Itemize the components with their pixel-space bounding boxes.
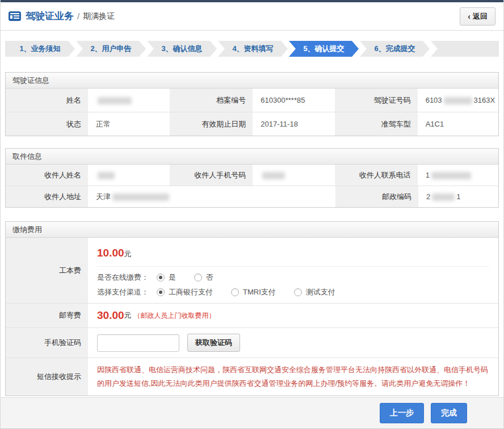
section-title-license-info: 驾驶证信息 (6, 73, 498, 89)
radio-selected-icon[interactable] (157, 274, 165, 281)
breadcrumb-current: 期满换证 (83, 11, 115, 22)
mail-fee-unit: 元 (124, 310, 132, 321)
postal-code-label: 邮政编码 (334, 186, 418, 207)
sms-code-content: 获取验证码 (88, 328, 498, 358)
radio-online-pay-yes[interactable]: 是 (157, 272, 176, 283)
work-fee-amount: 10.00 (97, 247, 124, 259)
radio-selected-icon[interactable] (157, 288, 165, 296)
sms-code-input[interactable] (97, 334, 179, 352)
online-pay-label: 是否在线缴费： (97, 272, 149, 283)
recipient-phone-prefix: 1 (426, 171, 430, 179)
step-label: 6、完成提交 (374, 44, 415, 54)
work-fee-content: 10.00元 是否在线缴费： 是 否 选择支付渠道： (88, 238, 498, 303)
redacted-value (98, 97, 132, 104)
postal-code-prefix: 2 (426, 192, 430, 201)
radio-option-label: 测试支付 (306, 287, 335, 297)
file-no-value: 610300****85 (253, 89, 333, 112)
radio-option-label: 工商银行支付 (169, 287, 213, 297)
table-row: 收件人地址 天津 邮政编码 21 (6, 186, 498, 207)
status-value: 正常 (88, 112, 169, 136)
recipient-address-label: 收件人地址 (6, 186, 88, 207)
section-title-pickup-info: 取件信息 (6, 149, 498, 165)
step-2-user-declaration[interactable]: 2、用户申告 (76, 41, 146, 57)
recipient-phone-label: 收件人联系电话 (334, 165, 418, 186)
step-nav: 1、业务须知 2、用户申告 3、确认信息 4、资料填写 5、确认提交 6、完成提… (5, 41, 499, 57)
section-pickup-info: 取件信息 收件人姓名 收件人手机号码 收件人联系电话 1 收件人地址 天津 邮政… (5, 148, 499, 208)
online-pay-radio-group: 是否在线缴费： 是 否 (97, 272, 489, 283)
step-label: 5、确认提交 (303, 44, 344, 54)
mail-fee-note: （邮政人员上门收取费用） (134, 311, 216, 321)
radio-option-label: TMRI支付 (243, 287, 276, 297)
recipient-mobile-value (253, 165, 333, 186)
mail-fee-row: 邮寄费 30.00元 （邮政人员上门收取费用） (6, 303, 498, 327)
section-title-payment: 缴纳费用 (6, 222, 498, 238)
page-title: 驾驶证业务 (26, 10, 74, 23)
page-header: 驾驶证业务 / 期满换证 ‹ 返回 (1, 2, 503, 31)
radio-unselected-icon[interactable] (194, 274, 202, 281)
mail-fee-label: 邮寄费 (6, 304, 88, 327)
chevron-left-icon: ‹ (468, 12, 471, 20)
vehicle-class-value: A1C1 (418, 112, 498, 136)
status-label: 状态 (6, 112, 88, 136)
redacted-value (431, 172, 471, 179)
step-3-confirm-info[interactable]: 3、确认信息 (147, 41, 217, 57)
work-fee-amount-line: 10.00元 (97, 243, 489, 267)
table-row: 收件人姓名 收件人手机号码 收件人联系电话 1 (6, 165, 498, 186)
work-fee-unit: 元 (124, 250, 132, 258)
recipient-address-prefix: 天津 (96, 192, 111, 201)
table-row: 姓名 档案编号 610300****85 驾驶证号码 61033163X (6, 89, 498, 112)
table-row: 状态 正常 有效期止日期 2017-11-18 准驾车型 A1C1 (6, 112, 498, 136)
back-button[interactable]: ‹ 返回 (460, 7, 495, 26)
breadcrumb-separator: / (77, 11, 79, 21)
step-1-business-notice[interactable]: 1、业务须知 (5, 41, 75, 57)
step-label: 4、资料填写 (232, 44, 273, 54)
finish-button[interactable]: 完成 (431, 403, 467, 423)
step-5-confirm-submit[interactable]: 5、确认提交 (289, 41, 359, 57)
redacted-value (98, 172, 115, 179)
sms-tip-text: 因陕西省联通、电信运营商技术问题，陕西省互联网交通安全综合服务管理平台无法向持陕… (88, 358, 498, 396)
sms-code-row: 手机验证码 获取验证码 (6, 327, 498, 358)
license-form-icon (9, 11, 21, 21)
radio-unselected-icon[interactable] (231, 288, 239, 296)
recipient-address-value: 天津 (88, 186, 334, 207)
redacted-value (444, 97, 472, 104)
sms-tip-row: 短信接收提示 因陕西省联通、电信运营商技术问题，陕西省互联网交通安全综合服务管理… (6, 358, 498, 396)
step-4-fill-data[interactable]: 4、资料填写 (218, 41, 288, 57)
work-fee-row: 工本费 10.00元 是否在线缴费： 是 否 选 (6, 238, 498, 303)
redacted-value (112, 194, 169, 201)
radio-channel-test[interactable]: 测试支付 (294, 287, 335, 297)
step-nav-tail (431, 41, 499, 57)
sms-tip-label: 短信接收提示 (6, 358, 88, 396)
file-no-label: 档案编号 (169, 89, 253, 112)
mail-fee-amount: 30.00 (97, 309, 124, 322)
redacted-value (432, 194, 455, 201)
radio-channel-icbc[interactable]: 工商银行支付 (157, 287, 213, 297)
recipient-name-value (88, 165, 169, 186)
radio-unselected-icon[interactable] (294, 288, 302, 296)
radio-online-pay-no[interactable]: 否 (194, 272, 213, 283)
section-payment: 缴纳费用 工本费 10.00元 是否在线缴费： 是 否 (5, 221, 499, 396)
previous-step-button[interactable]: 上一步 (380, 403, 424, 423)
name-value (88, 89, 169, 112)
license-no-suffix: 3163X (474, 96, 495, 104)
page: 驾驶证业务 / 期满换证 ‹ 返回 1、业务须知 2、用户申告 3、确认信息 4… (0, 0, 504, 429)
radio-option-label: 是 (169, 272, 176, 283)
get-code-button[interactable]: 获取验证码 (187, 334, 240, 352)
expiry-value: 2017-11-18 (253, 112, 333, 136)
license-no-label: 驾驶证号码 (334, 89, 418, 112)
recipient-mobile-label: 收件人手机号码 (169, 165, 253, 186)
expiry-label: 有效期止日期 (169, 112, 253, 136)
license-no-value: 61033163X (418, 89, 498, 112)
footer-bar: 上一步 完成 (1, 397, 503, 428)
section-license-info: 驾驶证信息 姓名 档案编号 610300****85 驾驶证号码 6103316… (5, 72, 499, 136)
recipient-phone-value: 1 (418, 165, 498, 186)
license-no-prefix: 6103 (426, 96, 442, 104)
back-button-label: 返回 (473, 11, 488, 22)
postal-code-suffix: 1 (456, 192, 460, 201)
step-6-complete-submit[interactable]: 6、完成提交 (360, 41, 430, 57)
step-label: 3、确认信息 (161, 44, 202, 54)
pay-channel-label: 选择支付渠道： (97, 287, 149, 297)
step-label: 1、业务须知 (19, 44, 60, 54)
radio-channel-tmri[interactable]: TMRI支付 (231, 287, 276, 297)
redacted-value (262, 172, 285, 179)
